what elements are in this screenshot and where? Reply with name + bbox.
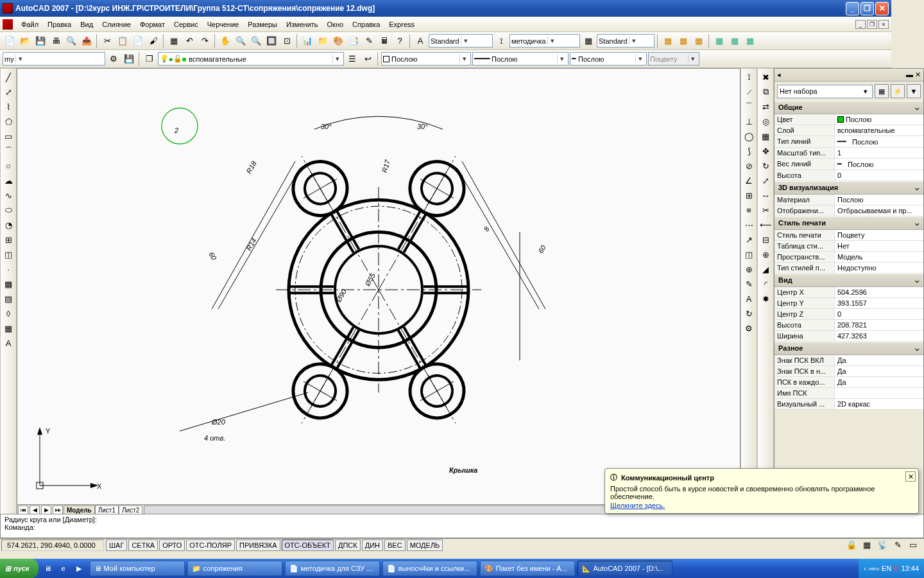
markup-icon[interactable]: ✎ <box>362 34 376 48</box>
dimstyle-icon[interactable]: ⟟ <box>494 34 508 48</box>
zoom-win-icon[interactable]: 🔲 <box>264 34 278 48</box>
zoom-prev-icon[interactable]: 🔍 <box>249 34 263 48</box>
layer-manager-icon[interactable]: ❐ <box>142 52 157 66</box>
layer-prev-icon[interactable]: ↩ <box>361 52 375 66</box>
prop-ucs2-val[interactable]: Да <box>835 366 891 376</box>
move-icon[interactable]: ✥ <box>758 144 773 158</box>
props-icon[interactable]: 📊 <box>300 34 314 48</box>
prop-pstyle-val[interactable]: Поцвету <box>835 230 891 240</box>
dim-edit-icon[interactable]: ✎ <box>742 277 756 291</box>
rotate-icon[interactable]: ↻ <box>758 159 773 173</box>
copy-obj-icon[interactable]: ⧉ <box>758 85 773 99</box>
workspace-combo[interactable]: my▾ <box>3 52 105 66</box>
prop-cy-val[interactable]: 393.1557 <box>835 298 891 308</box>
model-toggle[interactable]: МОДЕЛЬ <box>407 539 443 551</box>
paste-icon[interactable]: 📄 <box>131 34 145 48</box>
region-icon[interactable]: ◊ <box>1 306 15 320</box>
stretch-icon[interactable]: ↔ <box>758 188 773 202</box>
extend-icon[interactable]: ⟵ <box>758 218 773 232</box>
menu-tools[interactable]: Сервис <box>169 19 203 30</box>
sheetset-icon[interactable]: 📑 <box>346 34 361 48</box>
tab-last[interactable]: ⏭ <box>53 505 63 514</box>
offset-icon[interactable]: ◎ <box>758 114 773 128</box>
mtext-icon[interactable]: A <box>1 336 15 350</box>
dim-textedit-icon[interactable]: A <box>742 292 756 306</box>
ws-settings-icon[interactable]: ⚙ <box>107 52 121 66</box>
dim-leader-icon[interactable]: ↗ <box>742 232 756 247</box>
scale-icon[interactable]: ⤢ <box>758 173 773 188</box>
prop-material-val[interactable]: Послою <box>835 195 891 205</box>
prop-color-val[interactable]: Послою <box>835 114 891 125</box>
lineweight-combo[interactable]: ━ Послою▾ <box>570 52 647 66</box>
et-5-icon[interactable]: ▦ <box>728 34 742 48</box>
make-block-icon[interactable]: ◫ <box>1 247 15 261</box>
zoom-rt-icon[interactable]: 🔍 <box>234 34 248 48</box>
tab-sheet1[interactable]: Лист1 <box>95 505 119 514</box>
menu-help[interactable]: Справка <box>348 19 384 30</box>
tab-sheet2[interactable]: Лист2 <box>119 505 142 514</box>
otrack-toggle[interactable]: ОТС-ОБЪЕКТ <box>282 539 334 551</box>
toolpal-icon[interactable]: 🎨 <box>331 34 345 48</box>
trim-icon[interactable]: ✂ <box>758 203 773 217</box>
rectangle-icon[interactable]: ▭ <box>1 129 15 143</box>
notification-link[interactable]: Щелкните здесь. <box>610 502 665 509</box>
cut-icon[interactable]: ✂ <box>100 34 114 48</box>
polygon-icon[interactable]: ⬠ <box>1 114 15 128</box>
designctr-icon[interactable]: 📁 <box>316 34 330 48</box>
textstyle-icon[interactable]: A <box>413 34 427 48</box>
osnap-toggle[interactable]: ПРИВЯЗКА <box>236 539 280 551</box>
prop-lweight-val[interactable]: ━ Послою <box>835 159 891 170</box>
props-group-print[interactable]: Стиль печати⌵ <box>774 216 891 230</box>
prop-height-val[interactable]: 0 <box>835 170 891 180</box>
break-icon[interactable]: ⊟ <box>758 232 773 247</box>
help-icon[interactable]: ? <box>393 34 407 48</box>
arc-icon[interactable]: ⌒ <box>1 144 15 158</box>
dim-arc-icon[interactable]: ⌒ <box>742 100 756 114</box>
insert-block-icon[interactable]: ⊞ <box>1 232 15 247</box>
prop-cx-val[interactable]: 504.2596 <box>835 287 891 297</box>
dim-update-icon[interactable]: ↻ <box>742 306 756 320</box>
tab-next[interactable]: ▶ <box>41 505 51 514</box>
mdi-minimize[interactable]: _ <box>855 20 866 29</box>
prop-vw-val[interactable]: 427.3263 <box>835 331 891 341</box>
pan-icon[interactable]: ✋ <box>218 34 232 48</box>
fillet-icon[interactable]: ◜ <box>758 277 773 291</box>
ellipse-arc-icon[interactable]: ◔ <box>1 218 15 232</box>
dim-baseline-icon[interactable]: ≡ <box>742 203 756 217</box>
print-icon[interactable]: 🖶 <box>49 34 63 48</box>
save-icon[interactable]: 💾 <box>33 34 47 48</box>
prop-pstype-val[interactable]: Недоступно <box>835 263 891 273</box>
chamfer-icon[interactable]: ◢ <box>758 262 773 276</box>
ws-save-icon[interactable]: 💾 <box>122 52 136 66</box>
et-1-icon[interactable]: ▦ <box>661 34 675 48</box>
lwt-toggle[interactable]: ВЕС <box>384 539 406 551</box>
calc-icon[interactable]: 🖩 <box>377 34 391 48</box>
dim-ordinate-icon[interactable]: ⊥ <box>742 114 756 128</box>
polyline-icon[interactable]: ⌇ <box>1 100 15 114</box>
mirror-icon[interactable]: ⇄ <box>758 100 773 114</box>
dim-linear-icon[interactable]: ⟟ <box>742 70 756 84</box>
prop-ucs3-val[interactable]: Да <box>835 377 891 387</box>
status-tray1-icon[interactable]: ▦ <box>860 538 874 552</box>
et-4-icon[interactable]: ▦ <box>712 34 726 48</box>
grid-toggle[interactable]: СЕТКА <box>128 539 158 551</box>
status-tray2-icon[interactable]: 📡 <box>875 538 889 552</box>
menu-dimension[interactable]: Размеры <box>243 19 282 30</box>
menu-format[interactable]: Формат <box>135 19 169 30</box>
polar-toggle[interactable]: ОТС-ПОЛЯР <box>186 539 235 551</box>
props-pick-icon[interactable]: ▦ <box>875 84 889 98</box>
dim-style-combo[interactable]: методичка▾ <box>509 34 580 48</box>
linetype-combo[interactable]: ━━━━ Послою▾ <box>472 52 569 66</box>
redo-icon[interactable]: ↷ <box>198 34 212 48</box>
dim-jog-icon[interactable]: ⟆ <box>742 144 756 158</box>
snap-toggle[interactable]: ШАГ <box>106 539 127 551</box>
copy-icon[interactable]: 📋 <box>116 34 130 48</box>
close-button[interactable]: ✕ <box>875 2 889 15</box>
match-icon[interactable]: 🖌 <box>146 34 160 48</box>
block-icon[interactable]: ▦ <box>167 34 181 48</box>
props-group-3d[interactable]: 3D визуализация⌵ <box>774 181 891 195</box>
line-icon[interactable]: ╱ <box>1 70 15 84</box>
menu-window[interactable]: Окно <box>323 19 348 30</box>
open-icon[interactable]: 📂 <box>18 34 32 48</box>
tab-prev[interactable]: ◀ <box>30 505 40 514</box>
